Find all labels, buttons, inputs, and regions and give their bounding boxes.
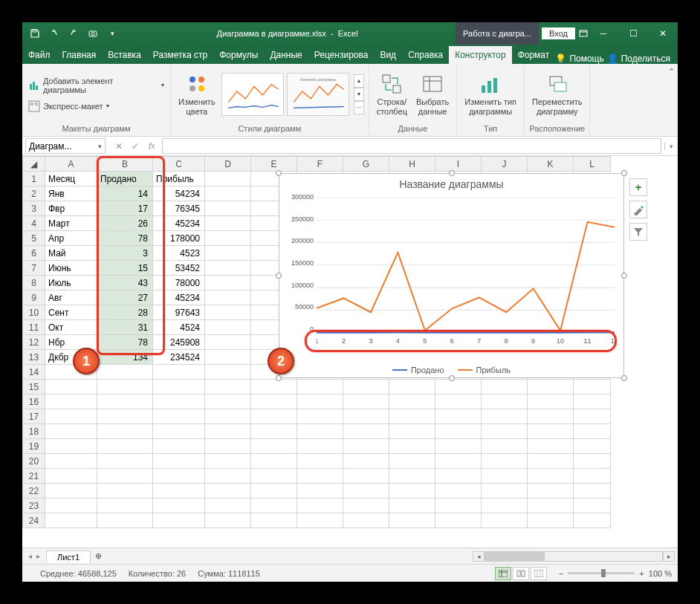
view-normal-button[interactable] — [495, 567, 511, 580]
cell[interactable]: 76345 — [153, 201, 205, 216]
name-box[interactable]: Диаграм... ▾ — [25, 138, 106, 154]
row-header[interactable]: 22 — [23, 484, 45, 499]
col-header[interactable]: I — [435, 157, 482, 172]
cell[interactable]: Янв — [45, 186, 97, 201]
cell[interactable] — [97, 513, 153, 528]
col-header[interactable]: K — [528, 157, 574, 172]
cell[interactable]: 78 — [97, 231, 153, 246]
cell[interactable] — [435, 380, 482, 394]
row-header[interactable]: 1 — [23, 172, 45, 186]
cell[interactable] — [528, 484, 574, 499]
cell[interactable] — [153, 513, 205, 528]
col-header[interactable]: H — [389, 157, 435, 172]
chart-title[interactable]: Название диаграммы — [279, 174, 623, 190]
cell[interactable]: 3 — [97, 246, 153, 261]
cell[interactable] — [343, 499, 389, 513]
select-all-cell[interactable]: ◢ — [23, 157, 45, 172]
cell[interactable] — [482, 484, 528, 499]
quick-layout-button[interactable]: Экспресс-макет ▾ — [27, 99, 166, 114]
row-header[interactable]: 24 — [23, 513, 45, 528]
row-header[interactable]: 3 — [23, 201, 45, 216]
cell[interactable]: Прибыль — [153, 172, 205, 186]
cell[interactable] — [205, 186, 251, 201]
cell[interactable] — [482, 513, 528, 528]
cell[interactable] — [482, 380, 528, 394]
cell[interactable] — [45, 394, 97, 409]
cell[interactable] — [153, 380, 205, 394]
tell-me-icon[interactable]: 💡 Помощь — [555, 53, 603, 64]
cell[interactable] — [97, 394, 153, 409]
cell[interactable] — [297, 394, 343, 409]
view-page-break-button[interactable] — [531, 567, 547, 580]
row-header[interactable]: 11 — [23, 320, 45, 335]
save-icon[interactable] — [27, 25, 43, 42]
resize-handle[interactable] — [621, 273, 627, 279]
cell[interactable] — [482, 394, 528, 409]
cell[interactable] — [205, 335, 251, 350]
cell[interactable]: 43 — [97, 276, 153, 290]
cell[interactable] — [528, 499, 574, 513]
worksheet-area[interactable]: ◢ABCDEFGHIJKL1МесяцПроданоПрибыль2Янв145… — [22, 156, 678, 548]
cell[interactable]: 54234 — [153, 186, 205, 201]
cell[interactable] — [205, 469, 251, 484]
col-header[interactable]: L — [574, 157, 611, 172]
formula-input[interactable] — [162, 138, 661, 154]
cell[interactable] — [389, 424, 435, 439]
cell[interactable] — [45, 454, 97, 469]
signin-button[interactable]: Вход — [542, 27, 575, 39]
col-header[interactable]: A — [45, 157, 97, 172]
row-header[interactable]: 20 — [23, 454, 45, 469]
cell[interactable] — [574, 380, 611, 394]
cell[interactable]: 245908 — [153, 335, 205, 350]
resize-handle[interactable] — [276, 375, 282, 381]
cell[interactable] — [97, 365, 153, 380]
cell[interactable] — [343, 380, 389, 394]
cell[interactable] — [97, 484, 153, 499]
cell[interactable] — [45, 513, 97, 528]
cell[interactable] — [205, 394, 251, 409]
tab-view[interactable]: Вид — [374, 46, 402, 64]
cell[interactable] — [97, 469, 153, 484]
add-sheet-button[interactable]: ⊕ — [91, 551, 106, 561]
cell[interactable] — [389, 484, 435, 499]
cell[interactable] — [343, 394, 389, 409]
cell[interactable] — [574, 513, 611, 528]
hscroll-thumb[interactable] — [485, 552, 545, 561]
cell[interactable]: Июль — [45, 276, 97, 290]
row-header[interactable]: 13 — [23, 350, 45, 365]
tab-data[interactable]: Данные — [264, 46, 308, 64]
cell[interactable] — [343, 454, 389, 469]
cell[interactable] — [297, 380, 343, 394]
cell[interactable]: Фвр — [45, 201, 97, 216]
cell[interactable] — [528, 439, 574, 454]
cell[interactable] — [251, 513, 297, 528]
cell[interactable] — [97, 439, 153, 454]
cell[interactable] — [435, 424, 482, 439]
expand-formula-bar-icon[interactable]: ▾ — [664, 143, 678, 150]
cell[interactable] — [153, 499, 205, 513]
ribbon-display-icon[interactable] — [578, 28, 589, 39]
cell[interactable] — [574, 499, 611, 513]
hscroll-left[interactable]: ◂ — [473, 551, 485, 562]
zoom-out-button[interactable]: − — [559, 569, 563, 578]
resize-handle[interactable] — [449, 375, 455, 381]
col-header[interactable]: B — [97, 157, 153, 172]
hscroll-right[interactable]: ▸ — [663, 551, 675, 562]
cell[interactable] — [205, 365, 251, 380]
cell[interactable]: 97643 — [153, 305, 205, 320]
cell[interactable] — [482, 409, 528, 424]
styles-scroll-down[interactable]: ▾ — [354, 88, 364, 101]
row-header[interactable]: 4 — [23, 216, 45, 231]
cell[interactable] — [45, 484, 97, 499]
resize-handle[interactable] — [621, 170, 627, 176]
cell[interactable] — [343, 409, 389, 424]
tab-review[interactable]: Рецензирова — [308, 46, 375, 64]
cell[interactable] — [153, 409, 205, 424]
row-header[interactable]: 21 — [23, 469, 45, 484]
cell[interactable] — [205, 305, 251, 320]
cell[interactable] — [435, 439, 482, 454]
cell[interactable] — [574, 484, 611, 499]
cell[interactable] — [205, 454, 251, 469]
cell[interactable] — [435, 409, 482, 424]
row-header[interactable]: 5 — [23, 231, 45, 246]
